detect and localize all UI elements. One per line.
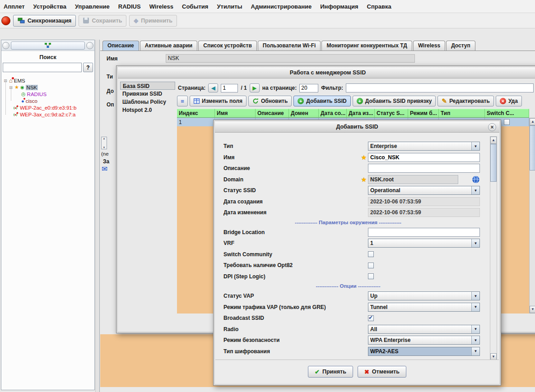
panel-collapse-right-button[interactable] (86, 42, 93, 49)
row-checkbox[interactable] (504, 119, 510, 125)
column-header-modified[interactable]: Дата из... (347, 109, 375, 118)
chevron-down-icon[interactable]: ▼ (471, 292, 479, 300)
tab-access[interactable]: Доступ (446, 41, 475, 51)
menu-utilities[interactable]: Утилиты (217, 3, 242, 10)
menu-devices[interactable]: Устройства (33, 3, 66, 10)
chevron-down-icon[interactable]: ▼ (471, 325, 479, 333)
menu-help[interactable]: Справка (367, 3, 391, 10)
opt82-checkbox[interactable] (368, 263, 374, 268)
scrollbar-thumb[interactable] (530, 125, 535, 171)
side-tab-ssid-base[interactable]: База SSID (120, 82, 175, 90)
column-header-status[interactable]: Статус S... (375, 109, 408, 118)
page-number-input[interactable] (221, 84, 238, 92)
delete-button[interactable]: × Уда (496, 96, 522, 106)
tab-wireless[interactable]: Wireless (413, 41, 445, 51)
filter-input[interactable] (346, 83, 534, 92)
tab-competitor-monitoring[interactable]: Мониторинг конкурентных ТД (321, 41, 412, 51)
radio-combobox[interactable]: All ▼ (368, 325, 480, 334)
column-header-type[interactable]: Тип (439, 109, 485, 118)
menu-radius[interactable]: RADIUS (118, 3, 141, 10)
cross-icon: ✖ (364, 369, 369, 375)
panel-collapse-left-button[interactable] (2, 42, 9, 49)
tree-node-label: WEP-3ax_cc:9d:a2:c7:a (20, 112, 75, 117)
side-tab-policy-templates[interactable]: Шаблоны Policy (120, 98, 175, 106)
tab-device-list[interactable]: Список устройств (198, 41, 257, 51)
menu-bar: Апплет Устройства Управление RADIUS Wire… (0, 0, 535, 13)
scroll-up-button[interactable]: ▲ (490, 137, 497, 144)
dpi-checkbox[interactable] (368, 273, 374, 279)
switch-community-checkbox[interactable] (368, 251, 374, 257)
refresh-button[interactable]: Обновить (248, 96, 292, 106)
tree-node-label: EMS (14, 78, 25, 83)
vap-traffic-combobox[interactable]: Tunnel ▼ (368, 303, 480, 312)
description-input[interactable] (368, 164, 480, 173)
view-settings-button[interactable]: ≡ (177, 96, 188, 106)
column-header-mode[interactable]: Режим б... (408, 109, 439, 118)
tab-active-alarms[interactable]: Активные аварии (140, 41, 197, 51)
domain-browse-button[interactable] (472, 175, 480, 184)
menu-wireless[interactable]: Wireless (149, 3, 173, 10)
edit-fields-button[interactable]: Изменить поля (190, 96, 247, 106)
tree-node-ems[interactable]: ⊟ ⌂ EMS (1, 77, 94, 84)
save-button[interactable]: Сохранить (79, 15, 126, 27)
menu-applet[interactable]: Апплет (4, 3, 25, 10)
close-button[interactable]: × (488, 123, 496, 131)
column-header-index[interactable]: Индекс (177, 109, 215, 118)
previous-page-button[interactable]: ◀ (208, 83, 218, 92)
chevron-down-icon[interactable]: ▼ (471, 142, 479, 150)
per-page-input[interactable] (299, 84, 318, 92)
menu-management[interactable]: Управление (75, 3, 110, 10)
scrollbar-thumb[interactable] (490, 144, 497, 182)
chevron-down-icon[interactable]: ▼ (471, 239, 479, 247)
form-vertical-scrollbar[interactable]: ▲ ▼ (490, 136, 497, 361)
side-tab-ssid-bindings[interactable]: Привязки SSID (120, 90, 175, 98)
menu-information[interactable]: Информация (320, 3, 358, 10)
broadcast-checkbox[interactable]: ✔ (368, 315, 374, 321)
edit-button[interactable]: ✎ Редактировать (437, 96, 493, 106)
tab-wifi-users[interactable]: Пользователи Wi-Fi (258, 41, 321, 51)
column-header-created[interactable]: Дата со... (319, 109, 347, 118)
column-header-switch[interactable]: Switch C... (485, 109, 529, 118)
vap-status-combobox[interactable]: Up ▼ (368, 291, 480, 300)
ssid-name-input[interactable] (368, 153, 480, 162)
search-input[interactable] (3, 63, 82, 72)
tree-node-wep3ax[interactable]: WEP-3ax_cc:9d:a2:c7:a (1, 111, 94, 118)
sync-button[interactable]: Синхронизация (13, 15, 76, 27)
encryption-type-combobox[interactable]: WPA2-AES ▼ (368, 347, 480, 356)
accept-button[interactable]: ✔ Принять (308, 366, 353, 378)
table-vertical-scrollbar[interactable]: ▲ ▼ (529, 118, 535, 314)
scroll-down-button[interactable]: ▼ (530, 306, 535, 313)
add-ssid-button[interactable]: + Добавить SSID (293, 96, 350, 106)
chevron-down-icon[interactable]: ▼ (471, 336, 479, 344)
column-header-name[interactable]: Имя (215, 109, 256, 118)
panel-splitter[interactable] (95, 40, 100, 392)
tree-node-radius[interactable]: ◎ RADIUS (1, 91, 94, 97)
chevron-down-icon[interactable]: ▼ (471, 303, 479, 311)
bridge-location-input[interactable] (368, 228, 480, 237)
cancel-button[interactable]: ✖ Отменить (358, 366, 406, 378)
tree-node-wep2ac[interactable]: WEP-2ac_e0:d9:e3:91:b (1, 104, 94, 111)
menu-administration[interactable]: Администрирование (251, 3, 312, 10)
type-combobox[interactable]: Enterprise ▼ (368, 142, 480, 151)
vrf-combobox[interactable]: 1 ▼ (368, 239, 480, 248)
partial-scrollbar[interactable]: ▲▼ (101, 137, 107, 149)
column-header-domain[interactable]: Домен (289, 109, 319, 118)
search-help-button[interactable]: ? (83, 63, 93, 72)
sync-label: Синхронизация (28, 18, 71, 24)
next-page-button[interactable]: ▶ (250, 83, 260, 92)
scroll-up-button[interactable]: ▲ (530, 118, 535, 125)
chevron-down-icon[interactable]: ▼ (471, 186, 479, 194)
tree-root-button[interactable] (11, 42, 85, 50)
chevron-down-icon[interactable]: ▼ (471, 347, 479, 355)
ssid-status-combobox[interactable]: Operational ▼ (368, 186, 480, 195)
apply-button[interactable]: ◆ Применить (129, 15, 177, 27)
menu-events[interactable]: События (182, 3, 208, 10)
security-mode-combobox[interactable]: WPA Enterprise ▼ (368, 336, 480, 345)
add-ssid-binding-button[interactable]: + Добавить SSID привязку (353, 96, 436, 106)
connection-status-icon[interactable] (1, 16, 10, 25)
column-header-description[interactable]: Описание (256, 109, 289, 118)
side-tab-hotspot[interactable]: Hotspot 2.0 (120, 106, 175, 114)
tab-description[interactable]: Описание (102, 41, 139, 51)
tree-node-nsk[interactable]: ⊟ ★ ◉ NSK (1, 84, 94, 91)
tree-node-cisco[interactable]: ● cisco (1, 97, 94, 104)
